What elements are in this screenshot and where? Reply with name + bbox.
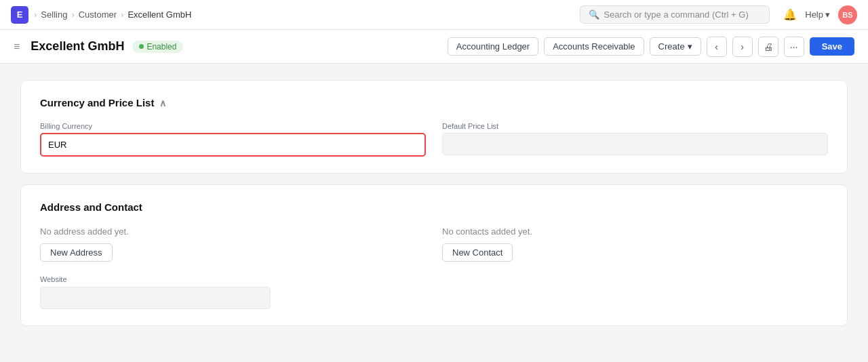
address-contact-card: Address and Contact No address added yet… — [20, 184, 848, 326]
header-actions: Accounting Ledger Accounts Receivable Cr… — [448, 37, 854, 57]
search-bar[interactable]: 🔍 Search or type a command (Ctrl + G) — [580, 5, 770, 24]
no-address-text: No address added yet. — [40, 226, 426, 237]
avatar[interactable]: BS — [838, 5, 857, 24]
help-button[interactable]: Help ▾ — [805, 9, 830, 20]
breadcrumb-sep1: › — [34, 9, 37, 20]
billing-currency-input[interactable] — [40, 133, 426, 157]
save-button[interactable]: Save — [810, 37, 854, 56]
no-contacts-text: No contacts added yet. — [442, 226, 828, 237]
create-chevron-icon: ▾ — [688, 41, 692, 52]
status-label: Enabled — [146, 42, 176, 52]
collapse-icon[interactable]: ∧ — [159, 98, 166, 108]
page-title: Excellent GmbH — [31, 39, 124, 54]
currency-section-title: Currency and Price List ∧ — [40, 97, 828, 108]
search-icon: 🔍 — [589, 9, 599, 20]
menu-icon[interactable]: ≡ — [14, 41, 20, 53]
accounts-receivable-button[interactable]: Accounts Receivable — [544, 37, 644, 56]
breadcrumb: › Selling › Customer › Excellent GmbH — [34, 9, 191, 20]
billing-currency-group: Billing Currency — [40, 122, 426, 157]
next-button[interactable]: › — [732, 37, 753, 57]
address-section-title: Address and Contact — [40, 201, 828, 213]
accounting-ledger-button[interactable]: Accounting Ledger — [448, 37, 538, 56]
contact-column: No contacts added yet. New Contact — [442, 226, 828, 262]
more-button[interactable]: ··· — [784, 37, 804, 57]
notifications-icon[interactable]: 🔔 — [783, 8, 797, 21]
currency-section-title-text: Currency and Price List — [40, 97, 154, 108]
breadcrumb-customer[interactable]: Customer — [79, 9, 117, 20]
print-button[interactable]: 🖨 — [758, 37, 778, 57]
currency-price-list-card: Currency and Price List ∧ Billing Curren… — [20, 80, 848, 174]
page-header: ≡ Excellent GmbH Enabled Accounting Ledg… — [0, 30, 868, 64]
new-contact-button[interactable]: New Contact — [442, 243, 513, 262]
create-label: Create — [658, 41, 685, 52]
prev-button[interactable]: ‹ — [707, 37, 727, 57]
address-column: No address added yet. New Address — [40, 226, 426, 262]
breadcrumb-selling[interactable]: Selling — [41, 9, 67, 20]
default-price-list-input[interactable] — [442, 133, 828, 155]
app-icon[interactable]: E — [11, 6, 28, 24]
address-contact-row: No address added yet. New Address No con… — [40, 226, 828, 262]
top-nav: E › Selling › Customer › Excellent GmbH … — [0, 0, 868, 30]
breadcrumb-sep3: › — [121, 9, 123, 20]
status-dot — [139, 44, 144, 49]
currency-form-row: Billing Currency Default Price List — [40, 122, 828, 157]
help-label: Help — [805, 9, 823, 20]
website-group: Website — [40, 274, 828, 309]
new-address-button[interactable]: New Address — [40, 243, 113, 262]
default-price-list-label: Default Price List — [442, 122, 828, 130]
main-content: Currency and Price List ∧ Billing Curren… — [7, 64, 861, 353]
breadcrumb-sep2: › — [71, 9, 74, 20]
website-label: Website — [40, 275, 67, 283]
default-price-list-group: Default Price List — [442, 122, 828, 157]
status-badge: Enabled — [132, 41, 183, 53]
website-input[interactable] — [40, 287, 271, 309]
create-button[interactable]: Create ▾ — [650, 37, 701, 56]
billing-currency-label: Billing Currency — [40, 122, 426, 130]
address-section-title-text: Address and Contact — [40, 201, 142, 213]
nav-right: 🔔 Help ▾ BS — [783, 5, 857, 24]
breadcrumb-current: Excellent GmbH — [127, 9, 191, 20]
search-placeholder: Search or type a command (Ctrl + G) — [604, 9, 749, 20]
chevron-down-icon: ▾ — [825, 9, 830, 20]
